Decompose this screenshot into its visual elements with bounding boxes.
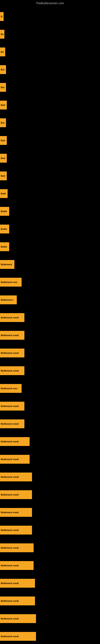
bar-row: Bottleneck result [0,592,100,610]
bar-label: Bottleneck result [1,564,19,567]
bar-row: Bott [0,132,100,149]
bar-row: Bottleneck r [0,291,100,309]
bar-item: Bottleneck result [0,420,24,428]
bar-label: Bottleneck result [1,635,19,638]
bar-row: Bottle [0,220,100,238]
bar-row: Bottleneck resu [0,380,100,397]
bar-item: Bottleneck result [0,472,32,482]
bar-item: Bott [0,100,7,110]
bar-label: Bottleneck result [1,440,19,443]
bar-item: Bottleneck result [0,455,30,464]
bar-item: Bottleneck result [0,544,34,552]
bar-item: Bottleneck resu [0,384,22,393]
bar-row: Bottleneck result [0,450,100,468]
bar-row: Bo [0,25,100,43]
bar-row: B [0,8,100,25]
bar-item: Bottleneck result [0,348,24,358]
bar-row: Bo [0,43,100,61]
bar-row: Bottleneck result [0,397,100,415]
bar-row: Bottleneck result [0,539,100,557]
bar-label: Bot [1,122,4,124]
bar-label: B [1,15,2,18]
bar-row: Bottleneck result [0,557,100,574]
bar-item: Bottleneck resu [0,278,22,286]
bar-item: Bottleneck result [0,313,24,322]
bar-row: Bottleneck result [0,504,100,521]
bar-item: Bottleneck result [0,490,32,499]
bar-item: Bottleneck result [0,402,24,410]
bar-item: Bott [0,172,7,180]
bar-item: Bottleneck result [0,561,34,570]
bar-row: Bott [0,167,100,185]
bar-label: Bott [1,104,5,106]
bar-row: Bottl [0,185,100,202]
bar-label: Bottleneck result [1,458,19,460]
bar-row: Bottleneck result [0,521,100,539]
bar-row: Bottleneck result [0,362,100,380]
bar-item: Bottleneck result [0,331,24,340]
bar-label: Bottleneck r [1,299,14,301]
bar-item: Bott [0,136,7,145]
site-title: TheBottlenecker.com [0,0,100,6]
bar-item: Bottleneck result [0,579,35,588]
bar-row: Bottleneck result [0,344,100,362]
bar-row: Bottle [0,238,100,256]
bar-label: Bottleneck [1,263,12,266]
bar-row: Bot [0,78,100,96]
bar-row: Bottleneck result [0,309,100,326]
bar-label: Bottleneck resu [1,387,17,390]
bar-row: Bott [0,149,100,167]
bar-item: Bottle [0,224,9,234]
bar-item: B [0,12,3,21]
bar-row: Bottleneck result [0,628,100,644]
bar-item: Bott [0,154,7,162]
bar-label: Bot [1,68,4,71]
bars-container: BBoBoBotBotBottBotBottBottBottBottlBottl… [0,6,100,644]
bar-label: Bottle [1,210,7,212]
bar-item: Bot [0,65,6,74]
bar-row: Bottleneck result [0,433,100,450]
bar-row: Bottleneck result [0,415,100,433]
bar-label: Bottleneck result [1,334,19,336]
bar-row: Bottleneck [0,256,100,273]
bar-item: Bottle [0,207,9,216]
bar-item: Bo [0,30,4,39]
bar-label: Bo [1,33,4,36]
bar-row: Bott [0,96,100,114]
bar-label: Bottleneck result [1,582,19,584]
bar-item: Bo [0,48,5,56]
bar-label: Bottleneck result [1,352,19,354]
bar-label: Bottleneck result [1,600,19,602]
bar-item: Bot [0,83,6,92]
bar-label: Bottle [1,246,7,248]
bar-item: Bottleneck [0,260,14,269]
bar-label: Bottleneck result [1,422,19,425]
bar-label: Bottleneck result [1,494,19,496]
bar-label: Bottleneck result [1,316,19,319]
bar-row: Bottleneck result [0,574,100,592]
bar-row: Bottle [0,202,100,220]
bar-label: Bottleneck resu [1,281,17,283]
bar-item: Bottleneck result [0,614,36,623]
bar-label: Bottleneck result [1,511,19,514]
bar-row: Bottleneck result [0,468,100,486]
bar-row: Bottleneck result [0,326,100,344]
bar-row: Bottleneck resu [0,273,100,291]
bar-label: Bot [1,86,4,88]
bar-label: Bott [1,139,5,142]
bar-label: Bott [1,157,5,160]
bar-label: Bottl [1,192,6,195]
bar-row: Bottleneck result [0,610,100,628]
bar-label: Bottleneck result [1,529,19,531]
bar-label: Bo [1,51,4,53]
bar-label: Bottleneck result [1,405,19,407]
bar-item: Bottleneck result [0,526,32,534]
bar-item: Bottleneck result [0,508,32,517]
bar-item: Bottl [0,189,8,198]
bar-item: Bottleneck result [0,437,30,446]
bar-label: Bottle [1,228,7,230]
bar-item: Bottle [0,242,9,251]
bar-label: Bottleneck result [1,370,19,372]
bar-item: Bot [0,118,6,127]
bar-item: Bottleneck r [0,296,17,304]
